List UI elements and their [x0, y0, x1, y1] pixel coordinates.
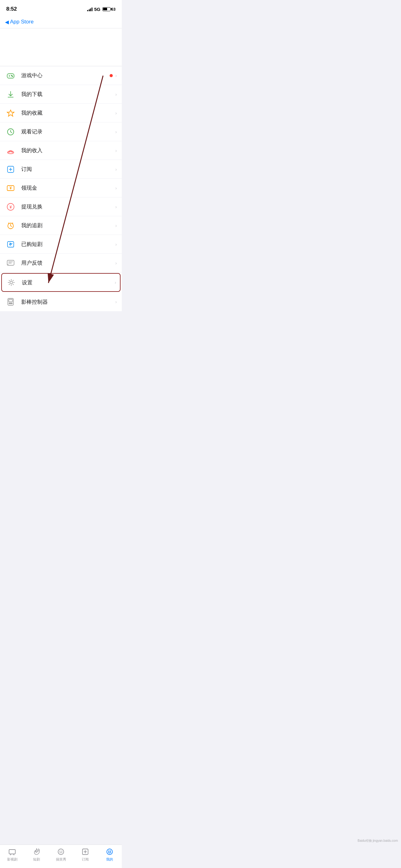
alarm-icon: [5, 220, 16, 231]
chevron-icon: ›: [115, 92, 117, 97]
svg-point-30: [9, 303, 10, 304]
star-icon: [5, 107, 16, 119]
status-time: 8:52: [6, 6, 17, 12]
svg-marker-8: [7, 110, 14, 116]
menu-label-drama-follow: 我的追剧: [21, 222, 115, 229]
svg-point-32: [11, 303, 12, 304]
purchased-icon: [5, 239, 16, 250]
menu-item-redeem[interactable]: ¥ 提现兑换 ›: [0, 197, 122, 216]
badge-game-center: [110, 74, 113, 77]
chevron-icon: ›: [115, 260, 117, 266]
menu-label-subscribe: 订阅: [21, 165, 115, 173]
battery-icon: 63: [102, 7, 115, 11]
menu-label-settings: 设置: [22, 279, 114, 286]
chevron-icon: ›: [115, 73, 117, 78]
remote-icon: [5, 296, 16, 307]
settings-icon: [6, 277, 17, 288]
menu-item-settings[interactable]: 设置 ›: [1, 273, 121, 292]
chevron-icon: ›: [115, 299, 117, 304]
menu-item-my-downloads[interactable]: 我的下载 ›: [0, 85, 122, 104]
income-icon: [5, 145, 16, 156]
menu-item-remote-control[interactable]: 影棒控制器 ›: [0, 292, 122, 311]
menu-item-game-center[interactable]: 游戏中心 ›: [0, 66, 122, 85]
back-label[interactable]: App Store: [10, 19, 34, 25]
download-icon: [5, 89, 16, 100]
svg-point-5: [11, 75, 12, 75]
chevron-icon: ›: [114, 280, 116, 285]
menu-item-claim-cash[interactable]: ¥ 领现金 ›: [0, 179, 122, 197]
menu-label-feedback: 用户反馈: [21, 259, 115, 267]
status-bar: 8:52 5G 63: [0, 0, 122, 16]
svg-rect-22: [7, 242, 14, 247]
chevron-icon: ›: [115, 148, 117, 153]
menu-label-game-center: 游戏中心: [21, 72, 110, 79]
svg-line-20: [12, 223, 13, 223]
svg-text:¥: ¥: [10, 186, 12, 190]
svg-point-6: [12, 75, 13, 76]
chevron-icon: ›: [115, 186, 117, 191]
battery-level: 63: [111, 7, 115, 11]
chevron-icon: ›: [115, 204, 117, 209]
feedback-icon: [5, 257, 16, 269]
menu-label-my-downloads: 我的下载: [21, 91, 115, 98]
menu-item-my-favorites[interactable]: 我的收藏 ›: [0, 104, 122, 122]
menu-label-my-favorites: 我的收藏: [21, 110, 115, 117]
menu-item-drama-follow[interactable]: 我的追剧 ›: [0, 216, 122, 235]
menu-label-purchased-drama: 已购短剧: [21, 241, 115, 248]
back-arrow-icon: ◀: [5, 19, 9, 25]
gamepad-icon: [5, 70, 16, 81]
status-icons: 5G 63: [87, 6, 115, 12]
chevron-icon: ›: [115, 111, 117, 116]
nav-back[interactable]: ◀ App Store: [0, 16, 122, 28]
menu-label-my-income: 我的收入: [21, 147, 115, 154]
svg-point-31: [10, 303, 11, 304]
network-type: 5G: [94, 6, 101, 12]
chevron-icon: ›: [115, 167, 117, 172]
menu-list: 游戏中心 › 我的下载 › 我的收藏 ›: [0, 66, 122, 311]
svg-point-27: [10, 281, 12, 284]
history-icon: [5, 126, 16, 137]
signal-icon: [87, 7, 93, 11]
menu-item-watch-history[interactable]: 观看记录 ›: [0, 122, 122, 141]
svg-rect-29: [9, 299, 12, 302]
subscribe-icon: [5, 164, 16, 175]
menu-label-remote-control: 影棒控制器: [21, 299, 115, 306]
yuan-icon: ¥: [5, 201, 16, 213]
chevron-icon: ›: [115, 242, 117, 247]
menu-label-redeem: 提现兑换: [21, 203, 115, 210]
cash-icon: ¥: [5, 183, 16, 194]
menu-item-feedback[interactable]: 用户反馈 ›: [0, 254, 122, 273]
menu-item-purchased-drama[interactable]: 已购短剧 ›: [0, 235, 122, 254]
svg-text:¥: ¥: [9, 205, 12, 209]
svg-line-19: [8, 223, 9, 223]
chevron-icon: ›: [115, 129, 117, 134]
hero-area: [0, 28, 122, 66]
menu-label-watch-history: 观看记录: [21, 128, 115, 135]
chevron-icon: ›: [115, 223, 117, 228]
menu-label-claim-cash: 领现金: [21, 184, 115, 191]
menu-item-subscribe[interactable]: 订阅 ›: [0, 160, 122, 179]
menu-item-my-income[interactable]: 我的收入 ›: [0, 141, 122, 160]
